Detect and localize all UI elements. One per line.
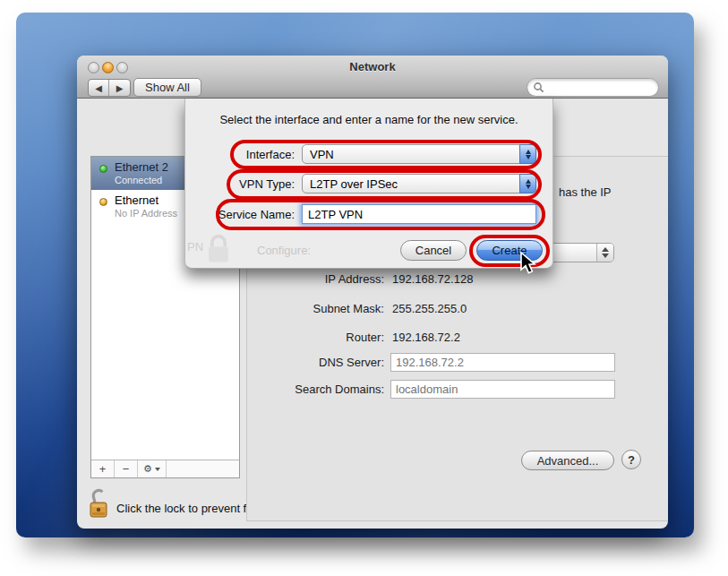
vpn-type-value: L2TP over IPSec [310, 177, 398, 191]
search-domains-row: Search Domains: [247, 379, 668, 399]
back-forward-control: ◀ ▶ [88, 79, 131, 97]
advanced-button[interactable]: Advanced... [521, 451, 614, 470]
show-all-button[interactable]: Show All [133, 78, 201, 97]
vpn-type-popup[interactable]: L2TP over IPSec [302, 174, 536, 193]
forward-button[interactable]: ▶ [109, 80, 130, 96]
ip-address-row: IP Address: 192.168.72.128 [247, 269, 668, 288]
service-action-menu-button[interactable]: ⚙ [138, 460, 167, 477]
interface-popup[interactable]: VPN [302, 144, 536, 164]
help-button[interactable]: ? [621, 450, 641, 469]
network-preferences-window: Network ◀ ▶ Show All Ethe [77, 56, 668, 529]
window-chrome: Network ◀ ▶ Show All [77, 56, 668, 99]
cancel-button[interactable]: Cancel [400, 240, 467, 261]
back-button[interactable]: ◀ [89, 80, 109, 96]
screenshot-frame: Network ◀ ▶ Show All Ethe [0, 0, 728, 576]
interface-label: Interface: [185, 148, 295, 161]
field-label: IP Address: [247, 272, 384, 286]
sheet-message: Select the interface and enter a name fo… [185, 113, 552, 126]
search-icon [533, 82, 544, 93]
vpn-type-row: VPN Type: L2TP over IPSec [185, 174, 536, 193]
field-label: DNS Server: [247, 356, 384, 369]
vpn-type-label: VPN Type: [185, 177, 295, 191]
service-name-row: Service Name: [185, 204, 536, 224]
ghost-vpn-text: PN [187, 240, 203, 254]
interface-value: VPN [310, 148, 334, 161]
field-label: Search Domains: [247, 383, 384, 396]
desktop-background: Network ◀ ▶ Show All Ethe [16, 13, 694, 537]
remove-service-button[interactable]: − [115, 460, 138, 477]
popup-stepper-icon [596, 244, 613, 262]
popup-stepper-icon [519, 144, 536, 164]
forward-icon: ▶ [116, 83, 124, 93]
status-dot-warning [99, 198, 107, 206]
dns-server-input[interactable] [390, 353, 615, 372]
status-text-fragment: has the IP [559, 185, 612, 199]
search-input[interactable] [544, 82, 647, 94]
popup-stepper-icon [519, 174, 536, 193]
search-field-container [527, 78, 659, 97]
mouse-cursor [519, 252, 543, 277]
field-label: Subnet Mask: [247, 302, 384, 315]
lock-icon[interactable] [88, 488, 111, 520]
service-name-label: Service Name: [185, 208, 295, 221]
new-service-sheet: Select the interface and enter a name fo… [184, 99, 553, 269]
ghost-lock-icon [205, 233, 232, 265]
status-dot-connected [99, 165, 107, 173]
service-name-input[interactable] [302, 204, 536, 224]
dns-server-row: DNS Server: [247, 352, 668, 372]
router-row: Router: 192.168.72.2 [247, 327, 668, 347]
field-value: 255.255.255.0 [392, 302, 467, 315]
gear-icon: ⚙ [143, 463, 152, 475]
field-label: Router: [247, 331, 384, 344]
subnet-mask-row: Subnet Mask: 255.255.255.0 [247, 298, 668, 318]
field-value: 192.168.72.2 [392, 331, 460, 344]
interface-row: Interface: VPN [185, 144, 536, 164]
window-title: Network [77, 60, 668, 73]
search-domains-input[interactable] [390, 380, 615, 399]
field-value: 192.168.72.128 [392, 272, 473, 286]
sidebar-footer: + − ⚙ [91, 460, 239, 477]
chevron-down-icon [155, 468, 160, 471]
back-icon: ◀ [95, 83, 102, 93]
add-service-button[interactable]: + [91, 460, 115, 477]
ghost-configure-label: Configure: [257, 244, 311, 257]
